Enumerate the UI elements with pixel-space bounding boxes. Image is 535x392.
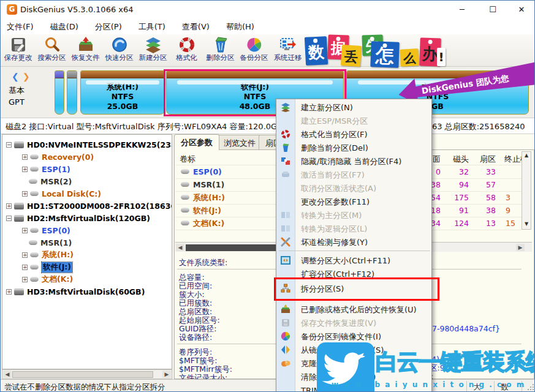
nav-right-icon[interactable]: ❯ bbox=[23, 72, 30, 81]
partition-icon bbox=[181, 208, 189, 213]
partition-block-esp[interactable] bbox=[55, 70, 64, 115]
scroll-left-icon[interactable]: ◀ bbox=[3, 371, 12, 378]
menu-item-change-params[interactable]: 更改分区参数(F11) bbox=[276, 195, 433, 208]
banner-tile: 怎 bbox=[370, 41, 399, 68]
backup-partition-icon bbox=[246, 36, 263, 53]
menu-view[interactable]: 查看(V) bbox=[182, 21, 210, 32]
scroll-left-icon[interactable]: ◀ bbox=[176, 244, 184, 251]
backup-partition-button[interactable]: 备份分区 bbox=[237, 36, 271, 66]
restore-icon bbox=[281, 345, 290, 355]
scroll-thumb[interactable] bbox=[12, 371, 153, 378]
tree-item-hd3[interactable]: +HD3:MsftVirtualDisk(60GB) bbox=[6, 285, 145, 298]
scroll-right-icon[interactable]: ▶ bbox=[162, 371, 171, 378]
convert-icon bbox=[281, 224, 290, 233]
recover-files-button[interactable]: 恢复文件 bbox=[69, 36, 102, 66]
disk-info-bar: 磁盘2 接口:Virtual 型号:MsftVirtualDisk 序列号:WF… bbox=[1, 118, 535, 134]
convert-icon bbox=[281, 210, 290, 220]
close-button[interactable]: ✕ bbox=[507, 1, 535, 19]
tree-item-hd1[interactable]: +HD1:ST2000DM008-2FR102(1863GB) bbox=[6, 200, 172, 212]
banner-tile: ! bbox=[437, 48, 446, 66]
resize-grip[interactable] bbox=[527, 383, 534, 391]
partition-icon bbox=[30, 154, 39, 159]
partition-block-msr[interactable] bbox=[67, 70, 77, 115]
partition-icon bbox=[181, 182, 189, 187]
scroll-up-icon[interactable]: ▲ bbox=[523, 152, 530, 159]
delete-partition-button[interactable]: 删除分区 bbox=[203, 36, 237, 66]
tree-item-hd0[interactable]: −HD0:NVMeINTELSSDPEKKW25(238G bbox=[6, 138, 172, 151]
partition-icon bbox=[30, 228, 39, 233]
disk-info-right: 63 总扇区数:251658240 bbox=[432, 121, 525, 132]
disk-icon bbox=[14, 215, 24, 222]
partition-block-system[interactable]: 系统(H:) NTFS 25.0GB bbox=[80, 70, 165, 115]
pie-icon bbox=[281, 331, 290, 341]
menu-help[interactable]: 帮助(H) bbox=[226, 21, 254, 32]
tree-item-document-k[interactable]: +文档(K:) bbox=[22, 273, 73, 285]
format-button[interactable]: 格式化 bbox=[170, 36, 203, 66]
maximize-button[interactable]: ☐ bbox=[479, 1, 507, 19]
watermark-text: 白云一键重装系统 bbox=[376, 347, 535, 377]
watermark-url: w w w . b a i y u n x i t o n g . c o m bbox=[332, 380, 525, 389]
tree-item-recovery0[interactable]: +Recovery(0) bbox=[22, 151, 94, 163]
tree-item-system-h[interactable]: +系统(H:) bbox=[22, 249, 74, 261]
file-recover-icon bbox=[281, 304, 290, 314]
tree-item-msr1[interactable]: MSR(1) bbox=[29, 236, 72, 249]
partition-icon bbox=[30, 265, 39, 270]
tab-browse-files[interactable]: 浏览文件 bbox=[217, 135, 262, 149]
menu-disk[interactable]: 磁盘(D) bbox=[50, 21, 78, 32]
resize-icon bbox=[281, 255, 290, 265]
tree-item-software-j-selected[interactable]: +软件(J:) bbox=[22, 261, 72, 273]
search-icon bbox=[44, 36, 61, 53]
system-migrate-button[interactable]: 系统迁移 bbox=[271, 36, 305, 66]
window-title: DiskGenius V5.3.0.1066 x64 bbox=[20, 5, 134, 14]
disk-tree: −HD0:NVMeINTELSSDPEKKW25(238G +Recovery(… bbox=[2, 134, 172, 369]
disk-icon bbox=[14, 203, 24, 209]
save-icon bbox=[10, 36, 27, 53]
tree-item-localdisk-c[interactable]: +Local Disk(C:) bbox=[22, 187, 101, 200]
search-partition-button[interactable]: 搜索分区 bbox=[35, 36, 69, 66]
quick-partition-icon bbox=[111, 36, 128, 53]
tree-hscrollbar[interactable]: ◀ ▶ bbox=[2, 369, 172, 379]
menu-item-extend-partition[interactable]: 扩容分区(Ctrl+F12) bbox=[276, 267, 433, 281]
tools-icon bbox=[281, 237, 290, 247]
minimize-button[interactable]: ─ bbox=[448, 1, 476, 19]
save-changes-button[interactable]: 保存更改 bbox=[1, 36, 35, 66]
quick-partition-button[interactable]: 快速分区 bbox=[102, 36, 136, 66]
status-message: 尝试在不删除分区数据的情况下从指定分区拆分 bbox=[4, 382, 165, 392]
diskgenius-window: G DiskGenius V5.3.0.1066 x64 ─ ☐ ✕ 文件(F)… bbox=[0, 0, 535, 392]
menu-item-split-partition[interactable]: 拆分分区(S) bbox=[276, 282, 433, 295]
recover-files-icon bbox=[77, 36, 94, 53]
menu-item-save-recovery-progress: 保存文件恢复进度(V) bbox=[276, 316, 433, 330]
menu-item-new-partition[interactable]: 建立新分区(N) bbox=[276, 100, 433, 114]
menu-file[interactable]: 文件(F) bbox=[7, 21, 34, 32]
menu-item-recover-deleted-files[interactable]: 已删除或格式化后的文件恢复(U) bbox=[276, 303, 433, 316]
new-partition-button[interactable]: 新建分区 bbox=[136, 36, 170, 66]
scroll-right-icon[interactable]: ▶ bbox=[516, 244, 525, 251]
hide-icon bbox=[281, 156, 290, 166]
nav-left-icon[interactable]: ❮ bbox=[12, 72, 19, 81]
menu-item-format-partition[interactable]: 格式化当前分区(F) bbox=[276, 127, 433, 141]
menu-partition[interactable]: 分区(P) bbox=[95, 21, 122, 32]
tree-item-esp0[interactable]: +ESP(0) bbox=[22, 224, 70, 236]
menu-item-bad-sector-check[interactable]: 坏道检测与修复(Y) bbox=[276, 235, 433, 249]
menu-item-hide-partition[interactable]: 隐藏/取消隐藏 当前分区(F4) bbox=[276, 154, 433, 168]
tree-item-msr2[interactable]: MSR(2) bbox=[29, 175, 72, 187]
detail-label: 文件系统类型: bbox=[179, 258, 227, 268]
table-vscrollbar[interactable]: ▲ ▼ bbox=[522, 151, 531, 230]
disk-icon bbox=[14, 141, 24, 148]
clone-icon bbox=[281, 358, 290, 368]
menu-item-delete-partition[interactable]: 删除当前分区(Del) bbox=[276, 141, 433, 154]
tree-item-hd2[interactable]: −HD2:MsftVirtualDisk(120GB) bbox=[6, 212, 150, 224]
scroll-thumb[interactable] bbox=[186, 244, 283, 251]
menu-tools[interactable]: 工具(T) bbox=[138, 21, 165, 32]
disk-icon bbox=[14, 288, 24, 295]
scroll-down-icon[interactable]: ▼ bbox=[523, 221, 530, 228]
app-logo-icon: G bbox=[7, 4, 17, 15]
tree-item-esp1[interactable]: +ESP(1) bbox=[22, 163, 70, 175]
title-bar: G DiskGenius V5.3.0.1066 x64 ─ ☐ ✕ bbox=[1, 1, 535, 19]
tab-partition-params[interactable]: 分区参数 bbox=[174, 134, 219, 150]
disk-type-label: 基本 bbox=[9, 85, 25, 96]
menu-item-resize-partition[interactable]: 调整分区大小(Ctrl+F11) bbox=[276, 254, 433, 267]
trash-icon bbox=[281, 143, 290, 153]
banner-tile: 数 bbox=[305, 36, 328, 66]
menu-item-backup-to-image[interactable]: 备份分区到镜像文件(I) bbox=[276, 330, 433, 343]
